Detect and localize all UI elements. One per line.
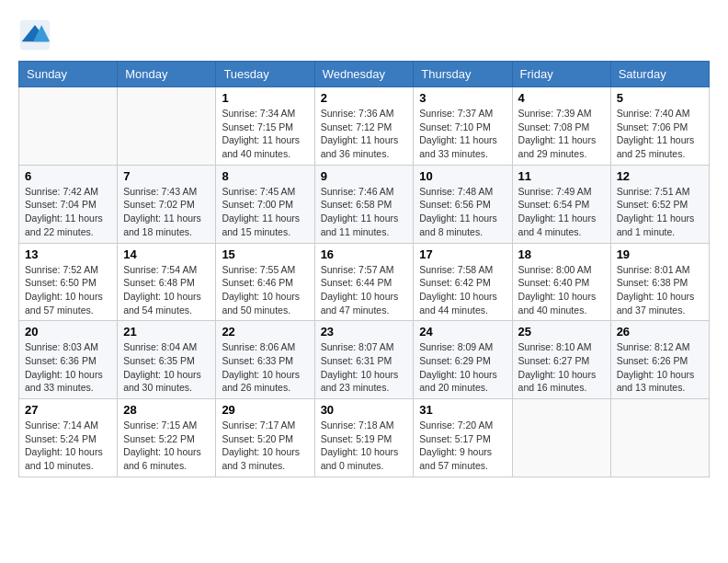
calendar-cell: 1Sunrise: 7:34 AMSunset: 7:15 PMDaylight… xyxy=(216,87,314,166)
day-info: Sunrise: 7:58 AMSunset: 6:42 PMDaylight:… xyxy=(419,263,506,317)
calendar-cell: 15Sunrise: 7:55 AMSunset: 6:46 PMDayligh… xyxy=(216,243,314,321)
day-number: 11 xyxy=(518,169,605,183)
calendar-cell xyxy=(19,87,118,166)
day-info: Sunrise: 8:09 AMSunset: 6:29 PMDaylight:… xyxy=(419,340,506,395)
day-info: Sunrise: 7:57 AMSunset: 6:44 PMDaylight:… xyxy=(321,263,408,317)
day-info: Sunrise: 7:20 AMSunset: 5:17 PMDaylight:… xyxy=(419,419,506,473)
day-info: Sunrise: 7:34 AMSunset: 7:15 PMDaylight:… xyxy=(222,107,308,161)
day-number: 24 xyxy=(419,325,506,339)
day-info: Sunrise: 7:14 AMSunset: 5:24 PMDaylight:… xyxy=(25,419,111,473)
day-number: 14 xyxy=(123,247,210,261)
calendar-cell: 7Sunrise: 7:43 AMSunset: 7:02 PMDaylight… xyxy=(118,165,216,243)
day-info: Sunrise: 7:46 AMSunset: 6:58 PMDaylight:… xyxy=(321,185,408,239)
calendar-cell: 29Sunrise: 7:17 AMSunset: 5:20 PMDayligh… xyxy=(216,399,314,477)
page-header xyxy=(18,18,710,52)
calendar-cell: 8Sunrise: 7:45 AMSunset: 7:00 PMDaylight… xyxy=(216,165,314,243)
calendar-cell: 3Sunrise: 7:37 AMSunset: 7:10 PMDaylight… xyxy=(414,87,512,166)
calendar-cell: 14Sunrise: 7:54 AMSunset: 6:48 PMDayligh… xyxy=(118,243,216,321)
day-number: 2 xyxy=(321,91,408,105)
day-number: 4 xyxy=(518,91,605,105)
day-number: 10 xyxy=(419,169,506,183)
calendar-cell: 12Sunrise: 7:51 AMSunset: 6:52 PMDayligh… xyxy=(610,165,709,243)
day-info: Sunrise: 7:45 AMSunset: 7:00 PMDaylight:… xyxy=(222,185,308,239)
day-number: 27 xyxy=(25,403,111,417)
day-info: Sunrise: 7:52 AMSunset: 6:50 PMDaylight:… xyxy=(25,263,111,317)
calendar-cell xyxy=(118,87,216,166)
calendar-cell: 11Sunrise: 7:49 AMSunset: 6:54 PMDayligh… xyxy=(512,165,610,243)
weekday-header: Friday xyxy=(512,62,610,87)
day-info: Sunrise: 8:03 AMSunset: 6:36 PMDaylight:… xyxy=(25,340,111,395)
day-info: Sunrise: 7:36 AMSunset: 7:12 PMDaylight:… xyxy=(321,107,408,161)
calendar-cell: 9Sunrise: 7:46 AMSunset: 6:58 PMDaylight… xyxy=(314,165,414,243)
calendar-cell: 16Sunrise: 7:57 AMSunset: 6:44 PMDayligh… xyxy=(314,243,414,321)
day-info: Sunrise: 8:01 AMSunset: 6:38 PMDaylight:… xyxy=(617,263,703,317)
day-info: Sunrise: 8:07 AMSunset: 6:31 PMDaylight:… xyxy=(321,340,408,395)
calendar-cell: 6Sunrise: 7:42 AMSunset: 7:04 PMDaylight… xyxy=(19,165,118,243)
calendar-cell xyxy=(512,399,610,477)
calendar-cell: 2Sunrise: 7:36 AMSunset: 7:12 PMDaylight… xyxy=(314,87,414,166)
day-number: 30 xyxy=(321,403,408,417)
day-info: Sunrise: 7:17 AMSunset: 5:20 PMDaylight:… xyxy=(222,419,308,473)
day-info: Sunrise: 8:12 AMSunset: 6:26 PMDaylight:… xyxy=(617,340,703,395)
day-number: 22 xyxy=(222,325,308,339)
day-number: 3 xyxy=(419,91,506,105)
day-info: Sunrise: 7:43 AMSunset: 7:02 PMDaylight:… xyxy=(123,185,210,239)
calendar-cell: 13Sunrise: 7:52 AMSunset: 6:50 PMDayligh… xyxy=(19,243,118,321)
day-number: 12 xyxy=(617,169,703,183)
weekday-header: Saturday xyxy=(610,62,709,87)
logo xyxy=(18,18,57,52)
calendar-cell: 28Sunrise: 7:15 AMSunset: 5:22 PMDayligh… xyxy=(118,399,216,477)
day-info: Sunrise: 7:48 AMSunset: 6:56 PMDaylight:… xyxy=(419,185,506,239)
day-info: Sunrise: 7:18 AMSunset: 5:19 PMDaylight:… xyxy=(321,419,408,473)
day-number: 25 xyxy=(518,325,605,339)
day-number: 29 xyxy=(222,403,308,417)
weekday-header: Tuesday xyxy=(216,62,314,87)
calendar-cell: 19Sunrise: 8:01 AMSunset: 6:38 PMDayligh… xyxy=(610,243,709,321)
weekday-header: Sunday xyxy=(19,62,118,87)
day-number: 26 xyxy=(617,325,703,339)
day-info: Sunrise: 7:55 AMSunset: 6:46 PMDaylight:… xyxy=(222,263,308,317)
calendar-cell: 23Sunrise: 8:07 AMSunset: 6:31 PMDayligh… xyxy=(314,321,414,399)
day-number: 5 xyxy=(617,91,703,105)
day-info: Sunrise: 7:49 AMSunset: 6:54 PMDaylight:… xyxy=(518,185,605,239)
weekday-header: Wednesday xyxy=(314,62,414,87)
day-info: Sunrise: 7:40 AMSunset: 7:06 PMDaylight:… xyxy=(617,107,703,161)
calendar-cell: 5Sunrise: 7:40 AMSunset: 7:06 PMDaylight… xyxy=(610,87,709,166)
day-number: 16 xyxy=(321,247,408,261)
day-info: Sunrise: 8:10 AMSunset: 6:27 PMDaylight:… xyxy=(518,340,605,395)
calendar-cell: 20Sunrise: 8:03 AMSunset: 6:36 PMDayligh… xyxy=(19,321,118,399)
day-info: Sunrise: 7:42 AMSunset: 7:04 PMDaylight:… xyxy=(25,185,111,239)
day-number: 23 xyxy=(321,325,408,339)
calendar-cell: 26Sunrise: 8:12 AMSunset: 6:26 PMDayligh… xyxy=(610,321,709,399)
calendar-cell: 25Sunrise: 8:10 AMSunset: 6:27 PMDayligh… xyxy=(512,321,610,399)
day-number: 28 xyxy=(123,403,210,417)
day-number: 13 xyxy=(25,247,111,261)
day-number: 7 xyxy=(123,169,210,183)
calendar-cell: 10Sunrise: 7:48 AMSunset: 6:56 PMDayligh… xyxy=(414,165,512,243)
calendar-cell: 18Sunrise: 8:00 AMSunset: 6:40 PMDayligh… xyxy=(512,243,610,321)
calendar-cell: 22Sunrise: 8:06 AMSunset: 6:33 PMDayligh… xyxy=(216,321,314,399)
weekday-header: Monday xyxy=(118,62,216,87)
weekday-header: Thursday xyxy=(414,62,512,87)
calendar-cell: 24Sunrise: 8:09 AMSunset: 6:29 PMDayligh… xyxy=(414,321,512,399)
day-number: 20 xyxy=(25,325,111,339)
calendar-cell: 17Sunrise: 7:58 AMSunset: 6:42 PMDayligh… xyxy=(414,243,512,321)
day-number: 19 xyxy=(617,247,703,261)
day-info: Sunrise: 7:39 AMSunset: 7:08 PMDaylight:… xyxy=(518,107,605,161)
calendar-cell xyxy=(610,399,709,477)
day-info: Sunrise: 7:37 AMSunset: 7:10 PMDaylight:… xyxy=(419,107,506,161)
calendar-cell: 27Sunrise: 7:14 AMSunset: 5:24 PMDayligh… xyxy=(19,399,118,477)
logo-icon xyxy=(18,18,51,52)
day-number: 18 xyxy=(518,247,605,261)
calendar-table: SundayMondayTuesdayWednesdayThursdayFrid… xyxy=(18,61,710,477)
calendar-cell: 30Sunrise: 7:18 AMSunset: 5:19 PMDayligh… xyxy=(314,399,414,477)
day-number: 15 xyxy=(222,247,308,261)
day-info: Sunrise: 7:54 AMSunset: 6:48 PMDaylight:… xyxy=(123,263,210,317)
day-info: Sunrise: 8:04 AMSunset: 6:35 PMDaylight:… xyxy=(123,340,210,395)
day-number: 8 xyxy=(222,169,308,183)
day-info: Sunrise: 8:00 AMSunset: 6:40 PMDaylight:… xyxy=(518,263,605,317)
day-number: 1 xyxy=(222,91,308,105)
day-info: Sunrise: 7:15 AMSunset: 5:22 PMDaylight:… xyxy=(123,419,210,473)
day-number: 31 xyxy=(419,403,506,417)
day-info: Sunrise: 7:51 AMSunset: 6:52 PMDaylight:… xyxy=(617,185,703,239)
